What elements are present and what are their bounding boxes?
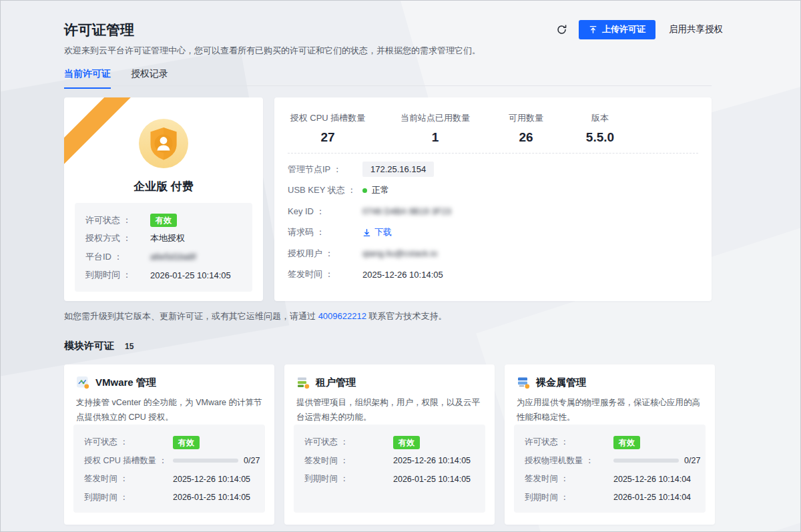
modules-count-badge: 15 [120,340,138,352]
auth-user-row: 授权用户 ： qiang.liu@cstack.io [288,243,698,264]
status-dot-green [362,188,367,193]
auth-mode-row: 授权方式 ： 本地授权 [85,230,242,248]
download-link-label: 下载 [374,226,392,238]
stat-label: 版本 [580,112,620,124]
field-value: 2025-12-26 10:14:05 [173,475,250,484]
enable-shared-auth-button[interactable]: 启用共享授权 [669,23,723,35]
field-label: 授权 CPU 插槽数量 ： [84,455,173,467]
upload-license-button[interactable]: 上传许可证 [579,20,655,39]
field-label: Key ID ： [288,206,362,218]
stat-value: 5.5.0 [580,130,620,145]
page-subtitle: 欢迎来到云平台许可证管理中心，您可以查看所有已购买的许可证和它们的状态，并根据您… [64,45,481,57]
module-detail-panel: 许可状态 ： 有效 授权 CPU 插槽数量 ： 0/27 签发时间 ： 2025… [73,425,265,513]
field-value: 2026-01-25 10:14:04 [613,493,691,502]
issue-time-row: 签发时间 ： 2025-12-26 10:14:05 [288,264,698,286]
modules-section-header: 模块许可证 15 [64,340,138,352]
quota-progress-bar [613,459,679,463]
stat-label: 当前站点已用数量 [398,112,472,124]
mgmt-ip-chip: 172.25.16.154 [362,162,434,177]
license-summary-card: 企业版 付费 许可状态 ： 有效 授权方式 ： 本地授权 平台ID ： a6e5… [64,97,263,301]
key-id-row: Key ID ： 0746 D4BA 9B19 3F23 [288,201,698,222]
field-label: 签发时间 ： [84,473,173,485]
module-title: VMware 管理 [95,376,156,389]
platform-id-value-redacted: a6e5d1ba8f [150,252,196,262]
status-badge: 有效 [150,214,177,227]
support-note: 如您需升级到其它版本、更新许可证，或有其它运维问题，请通过 4009622212… [64,310,447,322]
request-code-row: 请求码 ： 下载 [288,222,698,244]
tenant-module-icon [296,376,310,389]
license-detail-panel: 许可状态 ： 有效 授权方式 ： 本地授权 平台ID ： a6e5d1ba8f … [75,203,252,292]
field-value: 2026-01-25 10:14:05 [173,493,250,502]
support-note-text: 联系官方技术支持。 [366,311,447,321]
module-detail-panel: 许可状态 ： 有效 签发时间 ： 2025-12-26 10:14:05 到期时… [294,425,485,513]
field-label: 签发时间 ： [525,473,613,485]
module-quota-row: 授权物理机数量 ： 0/27 [525,452,695,471]
corner-ribbon [64,97,135,168]
stat-value: 27 [288,130,368,145]
module-status-row: 许可状态 ： 有效 [525,433,695,452]
refresh-icon[interactable] [556,23,568,35]
stat-label: 授权 CPU 插槽数量 [288,112,368,124]
module-title: 租户管理 [316,376,356,389]
field-value: 2025-12-26 10:14:05 [362,270,443,280]
dashed-divider [288,153,698,154]
module-expire-row: 到期时间 ： 2026-01-25 10:14:04 [525,489,695,507]
stat-version: 版本 5.5.0 [580,112,620,145]
baremetal-module-icon [517,376,530,389]
field-label: 授权物理机数量 ： [525,455,613,467]
field-label: 到期时间 ： [84,492,173,503]
field-value: 2025-12-26 10:14:05 [393,456,471,465]
license-management-page: 许可证管理 欢迎来到云平台许可证管理中心，您可以查看所有已购买的许可证和它们的状… [0,0,801,532]
page-title: 许可证管理 [64,21,134,39]
stat-available-count: 可用数量 26 [503,112,549,145]
field-label: 签发时间 ： [304,455,393,467]
module-issue-row: 签发时间 ： 2025-12-26 10:14:04 [525,470,695,489]
field-label: USB KEY 状态 ： [288,184,362,196]
field-value: 本地授权 [150,232,185,244]
module-description: 为应用提供专属的物理服务器，保证核心应用的高性能和稳定性。 [505,389,715,425]
field-label: 到期时间 ： [304,473,393,485]
status-badge: 有效 [613,436,640,449]
upload-icon [589,25,597,34]
auth-user-value-redacted: qiang.liu@cstack.io [362,248,437,258]
support-phone-link[interactable]: 4009622212 [318,311,366,321]
edition-title: 企业版 付费 [64,179,263,194]
status-badge: 有效 [393,436,420,449]
module-issue-row: 签发时间 ： 2025-12-26 10:14:05 [84,470,254,489]
field-value: 2026-01-25 10:14:05 [393,475,471,484]
support-note-text: 如您需升级到其它版本、更新许可证，或有其它运维问题，请通过 [64,311,318,321]
module-description: 提供管理项目，组织架构，用户，权限，以及云平台运营相关的功能。 [284,389,495,425]
stat-value: 26 [503,130,549,145]
field-label: 授权方式 ： [85,232,150,244]
shield-user-badge-icon [139,119,188,171]
usb-key-status-row: USB KEY 状态 ： 正常 [288,180,698,202]
field-label: 到期时间 ： [85,269,150,281]
field-label: 许可状态 ： [85,214,150,226]
field-label: 请求码 ： [288,226,362,238]
header-actions: 上传许可证 启用共享授权 [556,19,723,39]
field-label: 授权用户 ： [288,248,362,260]
license-details-list: 管理节点IP ： 172.25.16.154 USB KEY 状态 ： 正常 K… [288,159,698,285]
module-expire-row: 到期时间 ： 2026-01-25 10:14:05 [304,470,475,489]
quota-value: 0/27 [244,456,260,465]
field-label: 签发时间 ： [288,268,362,280]
key-id-value-redacted: 0746 D4BA 9B19 3F23 [362,206,451,216]
tabs-divider [64,85,712,86]
download-request-code-link[interactable]: 下载 [362,226,392,238]
field-label: 平台ID ： [85,251,150,263]
usb-key-status-value: 正常 [372,184,389,196]
module-status-row: 许可状态 ： 有效 [304,433,475,452]
license-status-row: 许可状态 ： 有效 [85,211,242,230]
module-card-baremetal: 裸金属管理 为应用提供专属的物理服务器，保证核心应用的高性能和稳定性。 许可状态… [505,364,715,525]
download-icon [362,228,371,237]
field-label: 许可状态 ： [304,437,393,448]
module-issue-row: 签发时间 ： 2025-12-26 10:14:05 [304,452,475,471]
stat-used-count: 当前站点已用数量 1 [398,112,472,145]
expire-time-row: 到期时间 ： 2026-01-25 10:14:05 [85,266,242,285]
quota-progress-bar [173,459,238,463]
upload-license-label: 上传许可证 [602,23,645,35]
vmware-module-icon [76,376,89,389]
mgmt-ip-row: 管理节点IP ： 172.25.16.154 [288,159,698,180]
quota-value: 0/27 [684,456,700,465]
modules-section-title: 模块许可证 [64,340,114,352]
